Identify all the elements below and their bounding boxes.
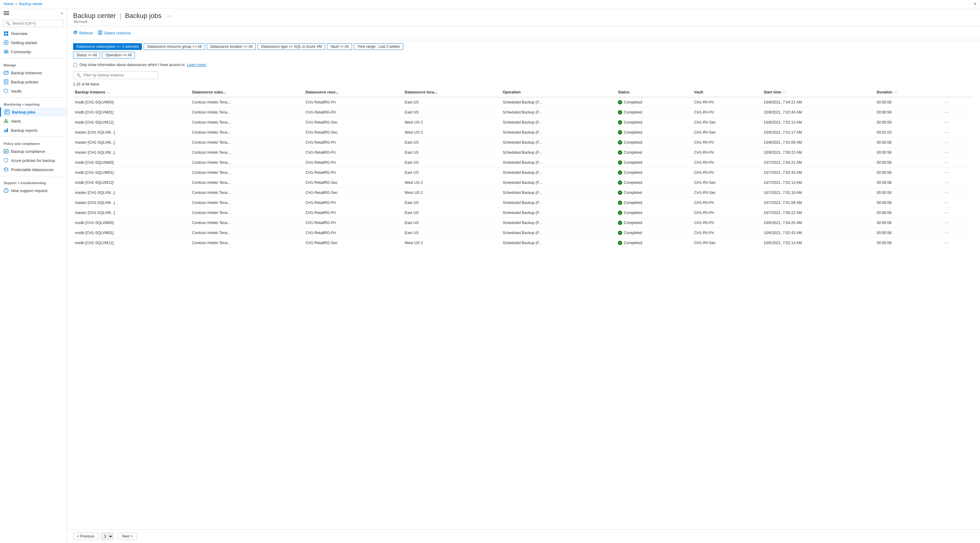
sidebar-item-label-overview: Overview — [11, 31, 27, 36]
col-header-operation[interactable]: Operation — [501, 88, 616, 97]
sidebar-item-azure-policies[interactable]: Azure policies for backup — [0, 156, 67, 165]
breadcrumb-current[interactable]: Backup center — [19, 2, 43, 6]
sidebar-item-backup-instances[interactable]: Backup instances — [0, 68, 67, 77]
cell-start-time-12: 10/6/2021, 7:04:20 AM — [762, 218, 875, 228]
breadcrumb-home[interactable]: Home — [4, 2, 13, 6]
row-more-options-6[interactable]: ··· — [943, 159, 950, 165]
col-header-vault[interactable]: Vault — [692, 88, 762, 97]
svg-rect-28 — [99, 31, 100, 34]
row-more-options-9[interactable]: ··· — [943, 189, 950, 196]
row-more-options-2[interactable]: ··· — [943, 119, 950, 125]
filter-tag-0[interactable]: Datasource subscription == 3 selected — [73, 43, 142, 50]
sidebar-search-box[interactable]: 🔍 — [3, 20, 64, 27]
sidebar-item-backup-policies[interactable]: Backup policies — [0, 77, 67, 86]
row-more-options-11[interactable]: ··· — [943, 210, 950, 216]
select-columns-button[interactable]: Select columns — [98, 29, 131, 37]
col-header-start-time[interactable]: Start time ↑↓ — [762, 88, 875, 97]
cell-start-time-10: 10/7/2021, 7:01:08 AM — [762, 198, 875, 208]
filter-tag-7[interactable]: Operation == All — [102, 52, 135, 59]
cell-more-3[interactable]: ··· — [941, 127, 974, 138]
sidebar-item-label-backup-policies: Backup policies — [11, 80, 38, 84]
cell-instance-12: msdb [CH1-SQLVM00] — [73, 218, 190, 228]
sidebar-item-backup-reports[interactable]: Backup reports — [0, 126, 67, 135]
row-more-options-1[interactable]: ··· — [943, 109, 950, 115]
row-more-options-7[interactable]: ··· — [943, 169, 950, 176]
cell-more-11[interactable]: ··· — [941, 208, 974, 218]
sidebar-item-community[interactable]: Community — [0, 47, 67, 56]
row-more-options-3[interactable]: ··· — [943, 129, 950, 135]
cell-vault-5: CH1-RV-Pri — [692, 148, 762, 158]
col-header-location[interactable]: Datasource loca... — [403, 88, 501, 97]
search-input[interactable] — [12, 21, 61, 25]
checkbox-label: Only show information about datasources … — [80, 63, 185, 67]
sidebar-item-protectable-datasources[interactable]: Protectable datasources — [0, 165, 67, 174]
sidebar-item-backup-compliance[interactable]: Backup compliance — [0, 147, 67, 156]
filter-tag-4[interactable]: Vault == All — [327, 43, 352, 50]
page-title-part1: Backup center — [73, 12, 116, 20]
row-more-options-5[interactable]: ··· — [943, 149, 950, 156]
cell-more-12[interactable]: ··· — [941, 218, 974, 228]
col-header-status[interactable]: Status — [616, 88, 692, 97]
cell-more-0[interactable]: ··· — [941, 97, 974, 108]
svg-point-20 — [6, 122, 6, 122]
row-more-options-8[interactable]: ··· — [943, 179, 950, 186]
cell-location-8: West US 2 — [403, 178, 501, 188]
cell-more-2[interactable]: ··· — [941, 117, 974, 127]
cell-more-13[interactable]: ··· — [941, 228, 974, 238]
sidebar-item-vaults[interactable]: Vaults — [0, 86, 67, 95]
filter-tag-6[interactable]: Status == All — [73, 52, 100, 59]
filter-tag-1[interactable]: Datasource resource group == All — [144, 43, 205, 50]
cell-more-8[interactable]: ··· — [941, 178, 974, 188]
status-dot-0 — [618, 100, 622, 105]
close-button[interactable]: × — [974, 1, 976, 7]
refresh-button[interactable]: Refresh — [73, 29, 93, 37]
next-page-button[interactable]: Next > — [118, 533, 137, 540]
cell-more-10[interactable]: ··· — [941, 198, 974, 208]
cell-more-9[interactable]: ··· — [941, 188, 974, 198]
sidebar-item-getting-started[interactable]: Getting started — [0, 38, 67, 47]
learn-more-link[interactable]: Learn more. — [187, 63, 207, 67]
cell-instance-0: msdb [CH1-SQLVM00] — [73, 97, 190, 108]
sidebar-section-label-support: Support + troubleshooting — [0, 178, 67, 186]
row-more-options-4[interactable]: ··· — [943, 139, 950, 146]
filter-tag-2[interactable]: Datasource location == All — [207, 43, 256, 50]
sidebar-divider-3 — [0, 137, 67, 137]
cell-more-1[interactable]: ··· — [941, 108, 974, 117]
collapse-sidebar-button[interactable]: « — [60, 11, 63, 16]
status-dot-3 — [618, 130, 622, 135]
cell-more-6[interactable]: ··· — [941, 158, 974, 168]
table-row: master [CH1-SQLVM...] Contoso Hotels Ten… — [73, 188, 974, 198]
col-header-subs[interactable]: Datasource subs... — [190, 88, 304, 97]
col-header-duration[interactable]: Duration ↑↓ — [875, 88, 941, 97]
access-checkbox[interactable] — [73, 63, 77, 67]
page-more-button[interactable]: ··· — [166, 13, 171, 19]
row-more-options-0[interactable]: ··· — [943, 99, 950, 105]
row-more-options-12[interactable]: ··· — [943, 219, 950, 226]
page-select[interactable]: 1 2 3 4 5 6 — [101, 533, 113, 540]
col-label-duration: Duration — [877, 90, 892, 94]
cell-more-14[interactable]: ··· — [941, 238, 974, 248]
col-header-instance[interactable]: Backup instance ↑↓ — [73, 88, 190, 97]
cell-location-14: West US 2 — [403, 238, 501, 248]
status-dot-5 — [618, 150, 622, 155]
cell-vault-14: CH1-RV-Sec — [692, 238, 762, 248]
cell-more-5[interactable]: ··· — [941, 148, 974, 158]
sidebar-item-backup-jobs[interactable]: Backup jobs — [0, 108, 67, 117]
row-more-options-14[interactable]: ··· — [943, 240, 950, 246]
col-header-rg[interactable]: Datasource reso... — [304, 88, 403, 97]
sidebar-item-overview[interactable]: Overview — [0, 29, 67, 38]
filter-tag-5[interactable]: Time range : Last 2 weeks — [354, 43, 403, 50]
filter-by-instance-input[interactable] — [83, 73, 155, 77]
filter-tag-3[interactable]: Datasource type == SQL in Azure VM — [258, 43, 325, 50]
hamburger-icon[interactable] — [4, 11, 9, 15]
sidebar-item-new-support[interactable]: ? New support request — [0, 186, 67, 195]
cell-more-7[interactable]: ··· — [941, 168, 974, 178]
cell-operation-5: Scheduled Backup (F... — [501, 148, 616, 158]
sidebar-section-label-monitoring: Monitoring + reporting — [0, 100, 67, 108]
row-more-options-10[interactable]: ··· — [943, 199, 950, 206]
cell-start-time-3: 10/8/2021, 7:01:17 AM — [762, 127, 875, 138]
cell-more-4[interactable]: ··· — [941, 138, 974, 148]
row-more-options-13[interactable]: ··· — [943, 230, 950, 236]
sidebar-item-alerts[interactable]: Alerts — [0, 117, 67, 126]
prev-page-button[interactable]: < Previous — [73, 533, 99, 540]
